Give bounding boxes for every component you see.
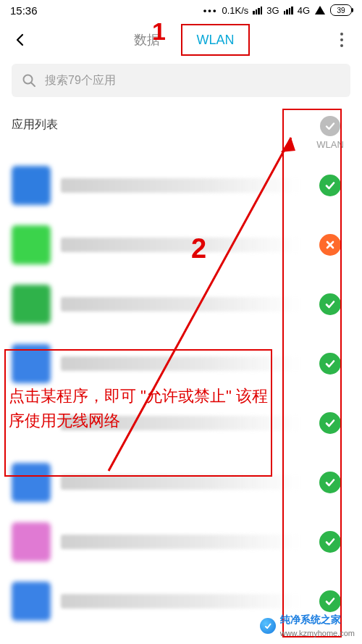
list-header-title: 应用列表 [12, 116, 310, 133]
app-row[interactable] [0, 275, 362, 334]
check-circle-icon [319, 175, 341, 196]
app-icon [12, 463, 51, 502]
cross-circle-icon [319, 234, 341, 256]
signal-icon-2 [284, 7, 293, 14]
app-icon [12, 582, 51, 621]
app-name-label [61, 178, 300, 193]
dots-icon: ••• [203, 5, 218, 16]
app-name-label [61, 297, 300, 311]
column-header-wlan[interactable]: WLAN [310, 116, 350, 150]
app-name-label [61, 535, 300, 549]
status-right: ••• 0.1K/s 3G 4G 39 [203, 4, 352, 16]
column-header-label: WLAN [310, 139, 350, 150]
app-wlan-toggle[interactable] [310, 293, 350, 315]
app-name-label [61, 356, 300, 371]
app-row[interactable] [0, 215, 362, 275]
app-icon [12, 285, 51, 324]
check-circle-icon [319, 531, 341, 553]
check-circle-icon [319, 353, 341, 375]
search-icon [22, 73, 36, 88]
app-row[interactable] [0, 334, 362, 393]
column-header-check-icon [320, 116, 340, 136]
app-wlan-toggle[interactable] [310, 412, 350, 434]
check-circle-icon [319, 472, 341, 493]
back-button[interactable] [4, 24, 36, 56]
app-name-label [61, 594, 300, 609]
app-wlan-toggle[interactable] [310, 353, 350, 375]
more-button[interactable] [326, 24, 358, 56]
svg-point-2 [340, 44, 343, 47]
app-icon [12, 403, 51, 443]
status-speed: 0.1K/s [222, 5, 248, 16]
check-circle-icon [319, 293, 341, 315]
status-bar: 15:36 ••• 0.1K/s 3G 4G 39 [0, 0, 362, 20]
app-name-label [61, 416, 300, 430]
svg-point-3 [24, 75, 33, 84]
app-icon [12, 522, 51, 561]
svg-point-0 [340, 33, 343, 35]
app-icon [12, 344, 51, 383]
app-icon [12, 166, 51, 205]
list-header: 应用列表 WLAN [0, 106, 362, 156]
search-placeholder: 搜索79个应用 [45, 73, 116, 88]
watermark-logo-icon [260, 618, 276, 634]
watermark-name: 纯净系统之家 [280, 614, 341, 625]
svg-line-4 [32, 83, 35, 87]
more-vertical-icon [340, 32, 344, 48]
app-list [0, 156, 362, 631]
app-row[interactable] [0, 156, 362, 215]
top-nav: 数据 WLAN [0, 20, 362, 59]
signal-icon-1 [253, 7, 262, 14]
status-net2: 4G [298, 5, 310, 16]
app-name-label [61, 238, 300, 252]
battery-icon: 39 [330, 4, 352, 16]
app-row[interactable] [0, 393, 362, 453]
app-name-label [61, 475, 300, 490]
search-wrap: 搜索79个应用 [0, 59, 362, 106]
watermark: 纯净系统之家 www.kzmyhome.com [260, 614, 355, 638]
search-input[interactable]: 搜索79个应用 [12, 64, 350, 97]
watermark-url: www.kzmyhome.com [280, 629, 355, 637]
app-wlan-toggle[interactable] [310, 175, 350, 196]
status-net1: 3G [266, 5, 279, 16]
app-wlan-toggle[interactable] [310, 531, 350, 553]
chevron-left-icon [13, 33, 28, 47]
app-icon [12, 225, 51, 264]
app-row[interactable] [0, 453, 362, 512]
check-circle-icon [319, 412, 341, 434]
app-wlan-toggle[interactable] [310, 590, 350, 612]
svg-point-1 [340, 38, 343, 41]
status-time: 15:36 [10, 4, 38, 17]
tabs: 数据 WLAN [36, 24, 326, 56]
app-wlan-toggle[interactable] [310, 234, 350, 256]
check-circle-icon [319, 590, 341, 612]
wifi-signal-icon [314, 5, 326, 15]
tab-wlan[interactable]: WLAN [181, 24, 250, 56]
tab-data[interactable]: 数据 [112, 24, 181, 56]
app-wlan-toggle[interactable] [310, 472, 350, 493]
app-row[interactable] [0, 512, 362, 572]
